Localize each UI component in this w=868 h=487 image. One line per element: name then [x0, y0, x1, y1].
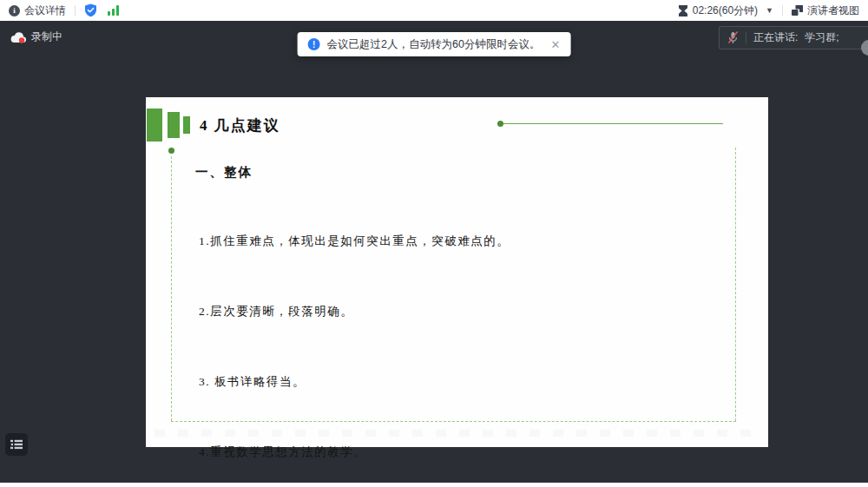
list-icon: [10, 439, 23, 450]
toolbar-divider: [75, 5, 76, 16]
faint-watermark: [155, 430, 760, 437]
info-icon: i: [9, 5, 20, 16]
toolbar-divider: [782, 5, 783, 16]
deco-green-bar: [168, 112, 180, 138]
speaker-box-divider: [746, 32, 746, 43]
layout-view-icon: [792, 5, 803, 16]
deco-green-bar: [147, 109, 162, 141]
toast-info-icon: !: [308, 38, 320, 50]
toolbar-left: i 会议详情: [9, 3, 120, 18]
slide-list-item: 3. 板书详略得当。: [199, 370, 746, 393]
toast-message: 会议已超过2人，自动转为60分钟限时会议。: [327, 37, 541, 52]
meeting-details-button[interactable]: i 会议详情: [9, 3, 66, 18]
meeting-stage: 录制中 ! 会议已超过2人，自动转为60分钟限时会议。 ✕ 正在讲话: 学习群;: [0, 21, 868, 483]
chevron-down-icon: ▼: [766, 6, 773, 15]
agenda-list-button[interactable]: [5, 433, 28, 456]
deco-dot: [497, 121, 503, 127]
speaker-view-button[interactable]: 演讲者视图: [792, 3, 859, 18]
meeting-timer-label: 02:26(60分钟): [693, 3, 758, 18]
dashed-border-left: [171, 156, 172, 421]
security-shield-icon[interactable]: [84, 3, 97, 17]
mic-muted-icon: [727, 31, 739, 44]
meeting-window: i 会议详情: [0, 0, 868, 487]
slide-item-list: 1.抓住重难点，体现出是如何突出重点，突破难点的。 2.层次要清晰，段落明确。 …: [199, 182, 746, 483]
slide-title: 4 几点建议: [200, 115, 280, 135]
top-toolbar: i 会议详情: [0, 0, 868, 21]
panel-handle[interactable]: [861, 40, 868, 56]
slide-list-item: 2.层次要清晰，段落明确。: [199, 299, 746, 323]
meeting-details-label: 会议详情: [24, 3, 66, 18]
recording-indicator[interactable]: 录制中: [10, 30, 62, 44]
speaker-view-label: 演讲者视图: [807, 3, 859, 18]
network-signal-icon[interactable]: [108, 5, 120, 16]
deco-green-bar: [183, 116, 190, 134]
hourglass-icon: [678, 5, 688, 16]
slide-list-item: 1.抓住重难点，体现出是如何突出重点，突破难点的。: [199, 229, 746, 253]
close-icon[interactable]: ✕: [550, 38, 560, 51]
cloud-recording-icon: [10, 31, 26, 43]
meeting-timer-button[interactable]: 02:26(60分钟) ▼: [678, 3, 773, 18]
speaking-name: 学习群;: [805, 30, 838, 45]
slide-section-heading: 一、整体: [195, 164, 253, 181]
shared-slide: 4 几点建议 一、整体 1.抓住重难点，体现出是如何突出重点，突破难点的。 2.…: [146, 97, 768, 447]
notification-toast: ! 会议已超过2人，自动转为60分钟限时会议。 ✕: [298, 32, 571, 56]
slide-list-item: 4.重视数学思想方法的教学。: [199, 440, 746, 464]
deco-line: [503, 123, 723, 124]
deco-dot: [168, 148, 174, 154]
toolbar-right: 02:26(60分钟) ▼ 演讲者视图: [678, 3, 859, 18]
speaking-label: 正在讲话:: [753, 30, 798, 45]
recording-label: 录制中: [31, 30, 62, 44]
active-speaker-box: 正在讲话: 学习群;: [719, 26, 868, 49]
